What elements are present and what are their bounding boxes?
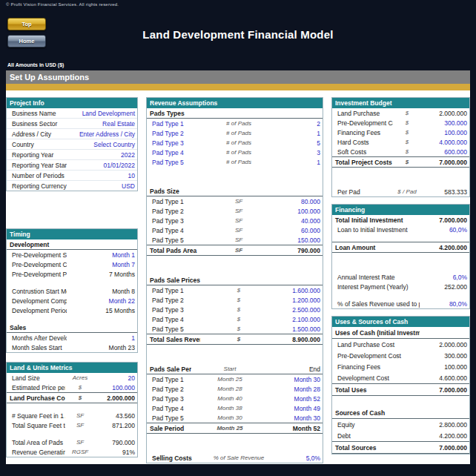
row-value[interactable]: 100.000 [95,384,135,391]
row-value[interactable]: Month 30 [277,376,320,383]
table-row: Pad Type 1SF80.000 [147,196,323,206]
row-value[interactable]: Month 22 [67,297,135,305]
row-label: Month Sales Start [9,344,67,351]
row-value[interactable]: 150.000 [277,237,320,244]
section-header-land-units-metrics: Land & Units Metrics [7,363,137,373]
table-row: Development Cost4.600.000 [332,372,469,383]
row-label: Sales [9,324,67,331]
row-unit: SF [200,198,277,205]
column-middle: Revenue AssumptionsPads TypesPad Type 1#… [146,97,323,463]
row-value[interactable]: 4.000.000 [421,139,467,146]
content-area: Project InfoBusiness NameLand Developmen… [6,90,470,464]
row-label: Hard Costs [334,139,393,146]
row-value[interactable]: 100.000 [277,208,320,215]
row-value[interactable]: 1 [67,334,135,342]
section-project-info: Project InfoBusiness NameLand Developmen… [6,97,138,191]
row-label: Loan to Initial Investment [334,226,420,234]
row-value[interactable]: 1 [277,130,320,137]
row-label: Estimated Price per Acre [9,384,65,391]
table-row: Loan Amount4.200.000 [332,242,469,253]
row-value[interactable]: 3 [277,149,320,156]
row-value: 7.000.000 [420,216,467,224]
row-value[interactable]: 2022 [67,151,135,159]
row-value[interactable]: Select Country [67,141,135,148]
row-value: 7.000.000 [420,386,467,394]
row-value[interactable]: Enter Address / City [67,130,135,138]
table-row: Selling Costs% of Sale Revenue5,0% [147,453,323,463]
table-row: # Square Feet in 1 AcreSF43.560 [7,411,137,420]
row-unit: # of Pads [200,139,277,146]
row-value[interactable]: Month 1 [67,251,135,259]
row-value[interactable]: 01/01/2022 [67,162,135,169]
table-row: Total Sales Revenue$8.900.000 [147,334,323,345]
setup-assumptions-label: Set Up Assumptions [10,73,89,82]
row-unit[interactable]: Month 38 [191,405,277,411]
row-value[interactable]: 2.500.000 [277,306,320,314]
row-label: Business Sector [9,120,67,128]
row-value[interactable]: 2.100.000 [277,316,320,323]
table-row: Business NameLand Development [7,108,137,119]
row-value[interactable]: 1.200.000 [277,297,320,304]
table-row: Equity2.800.000 [332,419,469,430]
row-label: Reporting Year [9,151,67,159]
row-value[interactable]: 1 [277,159,320,166]
row-value[interactable]: 5,0% [277,454,320,462]
row-value[interactable]: 2 [277,120,320,128]
table-row: Hard Costs$4.000.000 [332,137,469,147]
table-row: Pad Type 1# of Pads2 [147,119,323,128]
row-unit[interactable]: Month 28 [191,386,277,392]
row-value[interactable]: 20 [95,374,135,382]
row-label: Reporting Year Start Date [9,162,67,169]
table-row: % of Sales Revenue used to pay loan80,0% [332,299,469,308]
row-value[interactable]: 80,0% [420,300,467,308]
section-subheader: Development [7,239,137,250]
section-header-revenue-assumptions: Revenue Assumptions [147,98,323,108]
row-value[interactable]: 80.000 [277,198,320,205]
row-value[interactable]: 100.000 [421,129,467,136]
row-label: Sources of Cash [334,409,420,417]
row-value[interactable]: USD [67,182,135,190]
row-value[interactable]: 5 [277,139,320,147]
row-label: Country [9,141,67,148]
row-unit[interactable]: Month 30 [191,414,277,421]
row-unit: $ [393,119,421,126]
row-label: Pad Type 1 [149,287,200,294]
row-unit: $ [200,306,277,313]
row-value[interactable]: 10 [67,172,135,179]
row-value[interactable]: Month 7 [67,261,135,268]
row-unit[interactable]: Month 40 [191,395,277,402]
row-value: 790.000 [277,247,320,254]
row-value[interactable]: 60,0% [420,226,467,234]
section-subheader: Uses of Cash (Initial Investment) [332,327,469,339]
table-row: Pad Type 4Month 38Month 49 [147,403,323,413]
row-label: Land Size [9,374,65,382]
table-row: Pre-Development Cost300.000 [332,350,469,361]
row-value[interactable]: Land Development [67,110,135,117]
row-value[interactable]: 300.000 [421,119,467,127]
row-value: 100.000 [420,363,467,371]
row-value: 15 Months [67,307,135,314]
row-unit[interactable]: Month 25 [191,376,277,383]
table-row: Pad Type 4SF60.000 [147,225,323,235]
row-value[interactable]: Month 30 [277,414,320,422]
row-value[interactable]: 600.000 [421,148,467,156]
row-value[interactable]: 60.000 [277,227,320,234]
table-row: Land Purchase Cost2.000.000 [332,339,469,350]
row-label: Pad Type 5 [149,325,200,333]
row-value[interactable]: Real Estate [67,120,135,128]
table-row: Pad Type 3$2.500.000 [147,305,323,314]
row-label: Sale Period [149,425,191,432]
row-label: Pad Type 2 [149,130,200,137]
row-value[interactable]: 40.000 [277,217,320,225]
row-value[interactable]: 1.600.000 [277,287,320,294]
row-value[interactable]: Month 49 [277,405,320,412]
spacer-row [147,434,323,453]
row-unit: # of Pads [200,130,277,136]
row-value: 2.000.000 [421,110,467,117]
row-value[interactable]: 6,0% [420,274,467,281]
row-unit: Acres [65,374,95,381]
row-value[interactable]: Month 28 [277,386,320,393]
row-unit: # of Pads [200,159,277,165]
row-value[interactable]: Month 52 [277,395,320,403]
row-value[interactable]: 1.500.000 [277,325,320,333]
